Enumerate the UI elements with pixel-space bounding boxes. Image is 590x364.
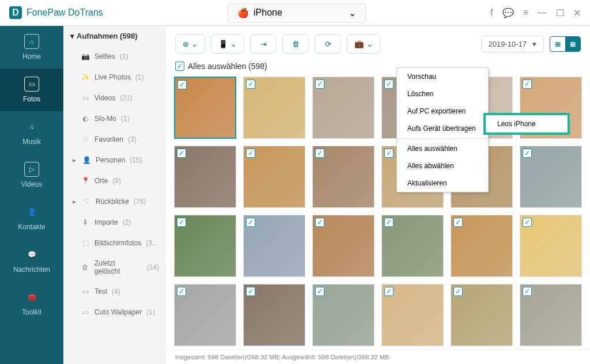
photo-thumbnail[interactable]: ✓ [451, 284, 513, 346]
thumbnail-checkbox[interactable]: ✓ [177, 287, 186, 296]
feedback-icon[interactable]: 💬 [502, 7, 514, 18]
thumbnail-checkbox[interactable]: ✓ [246, 218, 255, 227]
view-toggle[interactable]: ▦ ▦ [550, 36, 581, 52]
sidebar-item[interactable]: ▭Cuto Wallpaper (1) [63, 302, 166, 323]
refresh-button[interactable]: ⟳ [315, 34, 341, 54]
sidebar-header[interactable]: ▾ Aufnahmen (598) [63, 26, 166, 46]
photo-thumbnail[interactable]: ✓ [520, 284, 582, 346]
export-button[interactable]: ⇥ [250, 34, 277, 54]
submenu-device[interactable]: Leos iPhone [497, 120, 556, 128]
nav-messages[interactable]: 💬 Nachrichten [0, 239, 63, 282]
photo-thumbnail[interactable]: ✓ [174, 146, 236, 208]
photo-thumbnail[interactable]: ✓ [312, 215, 375, 277]
toolbox-button[interactable]: 💼⌄ [347, 34, 380, 54]
menu-icon[interactable]: ≡ [523, 7, 528, 18]
thumbnail-checkbox[interactable]: ✓ [523, 287, 532, 296]
thumbnail-checkbox[interactable]: ✓ [384, 287, 394, 296]
album-icon: ▭ [81, 308, 90, 317]
photo-thumbnail[interactable]: ✓ [312, 146, 375, 208]
photo-thumbnail[interactable]: ✓ [243, 284, 305, 346]
thumbnail-checkbox[interactable]: ✓ [177, 218, 186, 227]
select-all-row[interactable]: ✓ Alles auswählen (598) [166, 62, 590, 77]
photo-thumbnail[interactable]: ✓ [243, 215, 305, 277]
chevron-down-icon: ⌄ [191, 40, 198, 48]
nav-contacts[interactable]: 👤 Kontakte [0, 196, 63, 239]
select-all-checkbox[interactable]: ✓ [175, 62, 184, 71]
album-label: Test [94, 287, 107, 295]
grid-view-icon[interactable]: ▦ [550, 37, 565, 51]
date-filter[interactable]: 2019-10-17 ▾ [481, 36, 544, 52]
add-button[interactable]: ⊕⌄ [175, 34, 205, 54]
nav-music[interactable]: ♫ Musik [0, 111, 63, 154]
sidebar-item[interactable]: ▸👤Personen (15) [63, 150, 166, 170]
maximize-button[interactable]: ☐ [556, 7, 564, 18]
list-view-icon[interactable]: ▦ [565, 37, 580, 51]
sidebar-item[interactable]: ⬚Bildschirmfotos (3... [63, 233, 166, 253]
photo-thumbnail[interactable]: ✓ [243, 146, 305, 208]
minimize-button[interactable]: — [538, 7, 547, 18]
thumbnail-checkbox[interactable]: ✓ [384, 218, 394, 227]
sidebar-item[interactable]: ♡Favoriten (3) [63, 129, 166, 150]
thumbnail-checkbox[interactable]: ✓ [315, 79, 324, 89]
ctx-preview[interactable]: Vorschau [397, 68, 488, 85]
delete-button[interactable]: 🗑 [282, 34, 309, 54]
thumbnail-checkbox[interactable]: ✓ [453, 287, 463, 296]
thumbnail-checkbox[interactable]: ✓ [246, 79, 255, 89]
album-icon: ◐ [81, 114, 90, 123]
photo-thumbnail[interactable]: ✓ [174, 284, 236, 346]
sidebar-item[interactable]: ▭Test (4) [63, 281, 166, 302]
sidebar-item[interactable]: 📷Selfies (1) [63, 46, 166, 67]
sidebar-item[interactable]: ▸♡Rückblicke (76) [63, 191, 166, 212]
nav-toolkit[interactable]: 🧰 Toolkit [0, 282, 63, 324]
close-button[interactable]: ✕ [573, 7, 581, 18]
thumbnail-checkbox[interactable]: ✓ [246, 149, 255, 158]
thumbnail-checkbox[interactable]: ✓ [453, 218, 463, 227]
photo-thumbnail[interactable]: ✓ [312, 77, 375, 139]
thumbnail-checkbox[interactable]: ✓ [177, 80, 187, 89]
ctx-delete[interactable]: Löschen [397, 85, 488, 103]
thumbnail-checkbox[interactable]: ✓ [384, 79, 394, 89]
device-selector[interactable]: 🍎 iPhone ⌄ [228, 3, 366, 22]
facebook-icon[interactable]: f [490, 7, 493, 18]
sidebar-item[interactable]: ✨Live Photos (1) [63, 67, 166, 88]
thumbnail-checkbox[interactable]: ✓ [384, 149, 394, 158]
sidebar-item[interactable]: 📍Orte (9) [63, 170, 166, 191]
ctx-transfer[interactable]: Aufs Gerät übertragen [397, 120, 488, 137]
toolbar: ⊕⌄ 📱⌄ ⇥ 🗑 ⟳ 💼⌄ 2019-10-17 ▾ ▦ ▦ [166, 26, 590, 62]
photo-thumbnail[interactable]: ✓ [520, 146, 582, 208]
chevron-right-icon: ▸ [73, 156, 76, 164]
thumbnail-checkbox[interactable]: ✓ [246, 287, 255, 296]
ctx-refresh[interactable]: Aktualisieren [397, 175, 488, 192]
chevron-down-icon: ⌄ [366, 40, 373, 48]
photo-thumbnail[interactable]: ✓ [381, 284, 444, 346]
sidebar-item[interactable]: ▭Videos (21) [63, 88, 166, 108]
sidebar-item[interactable]: 🗑Zuletzt gelöscht (14) [63, 253, 166, 281]
sidebar-item[interactable]: ◐Slo-Mo (1) [63, 108, 166, 129]
album-count: (3... [146, 239, 158, 247]
photo-thumbnail[interactable]: ✓ [243, 77, 305, 139]
photo-thumbnail[interactable]: ✓ [381, 215, 444, 277]
ctx-deselect-all[interactable]: Alles abwählen [397, 157, 488, 175]
ctx-export[interactable]: Auf PC exportieren [397, 103, 488, 120]
photo-thumbnail[interactable]: ✓ [312, 284, 375, 346]
photo-thumbnail[interactable]: ✓ [520, 215, 582, 277]
nav-videos[interactable]: ▷ Videos [0, 154, 63, 196]
nav-photos[interactable]: ▭ Fotos [0, 69, 63, 111]
album-icon: ▭ [81, 287, 90, 296]
logo-icon: D [9, 6, 22, 19]
photo-thumbnail[interactable]: ✓ [451, 215, 513, 277]
album-label: Slo-Mo [94, 115, 116, 123]
photo-thumbnail[interactable]: ✓ [174, 77, 236, 139]
sidebar-item[interactable]: ⬇Importe (2) [63, 212, 166, 233]
thumbnail-checkbox[interactable]: ✓ [523, 149, 532, 158]
to-device-button[interactable]: 📱⌄ [211, 34, 244, 54]
thumbnail-checkbox[interactable]: ✓ [177, 149, 186, 158]
thumbnail-checkbox[interactable]: ✓ [315, 287, 324, 296]
thumbnail-checkbox[interactable]: ✓ [315, 218, 324, 227]
thumbnail-checkbox[interactable]: ✓ [523, 79, 532, 89]
nav-home[interactable]: ⌂ Home [0, 26, 63, 69]
photo-thumbnail[interactable]: ✓ [174, 215, 236, 277]
thumbnail-checkbox[interactable]: ✓ [315, 149, 324, 158]
thumbnail-checkbox[interactable]: ✓ [523, 218, 532, 227]
ctx-select-all[interactable]: Alles auswählen [397, 140, 488, 157]
